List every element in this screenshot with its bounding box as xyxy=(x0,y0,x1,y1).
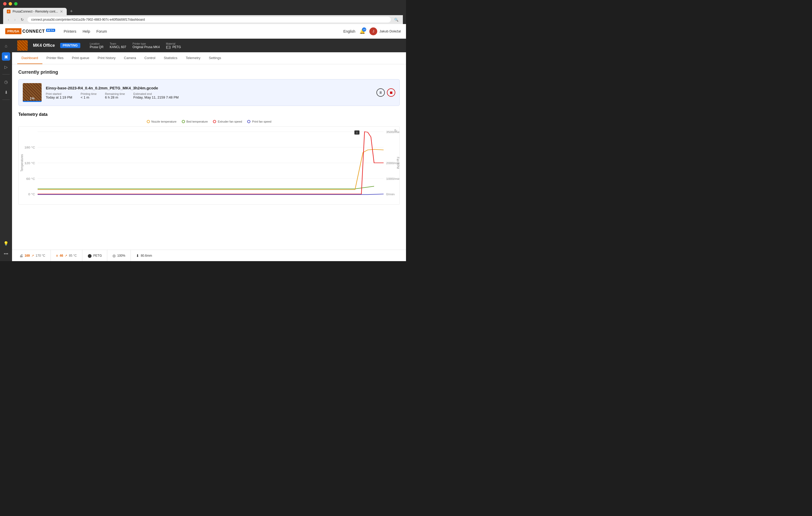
connect-logo: CONNECTBETA xyxy=(23,29,55,33)
nav-forum[interactable]: Forum xyxy=(96,29,107,33)
currently-printing-title: Currently printing xyxy=(18,69,400,75)
tab-print-queue[interactable]: Print queue xyxy=(68,52,94,64)
tab-printer-files[interactable]: Printer files xyxy=(42,52,68,64)
estimated-end-label: Estimated end xyxy=(134,92,179,95)
printer-material: Material ⬛ PETG xyxy=(166,42,181,49)
pause-button[interactable]: ⏸ xyxy=(376,88,385,97)
nozzle-temp-value: 169 xyxy=(25,254,30,257)
legend-extruder-fan: Extruder fan speed xyxy=(213,120,242,123)
sidebar-item-clock[interactable]: ◷ xyxy=(2,78,10,86)
printing-time-value: < 1 m xyxy=(81,95,96,99)
nav-right: English 🔔 18 J Jakub Doležal xyxy=(343,27,401,35)
maximize-traffic-light[interactable] xyxy=(14,2,18,5)
language-button[interactable]: English xyxy=(343,29,355,33)
svg-text:120 °C: 120 °C xyxy=(24,161,35,165)
status-fan: ◎ 100% xyxy=(107,250,131,261)
tab-control[interactable]: Control xyxy=(140,52,160,64)
print-meta: Print started Today at 1:19 PM Printing … xyxy=(46,92,372,99)
app-container: PRUSA CONNECTBETA Printers Help Forum En… xyxy=(0,24,406,261)
print-started-label: Print started xyxy=(46,92,72,95)
bed-temp-arrow: ↗ xyxy=(65,254,67,257)
minimize-traffic-light[interactable] xyxy=(9,2,12,5)
team-value: KANCL 607 xyxy=(110,45,126,49)
notifications-button[interactable]: 🔔 18 xyxy=(359,29,365,34)
address-bar: ‹ › ↻ 🔍 xyxy=(3,15,403,24)
close-traffic-light[interactable] xyxy=(3,2,6,5)
bed-temp-target: 85 °C xyxy=(69,254,77,257)
svg-text:1000/min: 1000/min xyxy=(386,177,400,181)
tab-title: PrusaConnect - Remotely cont... xyxy=(12,10,58,13)
status-material: ⬤ PETG xyxy=(82,250,108,261)
print-thumbnail: 1% xyxy=(23,83,41,102)
fan-value: 100% xyxy=(117,254,125,257)
stop-button[interactable]: ⏹ xyxy=(387,88,395,97)
svg-text:0/min: 0/min xyxy=(386,193,395,196)
sidebar-item-bulb[interactable]: 💡 xyxy=(2,239,10,247)
new-tab-button[interactable]: + xyxy=(68,7,75,15)
location-value: Prusa QR xyxy=(90,45,104,49)
legend-print-fan-label: Print fan speed xyxy=(252,120,271,123)
search-button[interactable]: 🔍 xyxy=(393,17,400,23)
legend-extruder-fan-label: Extruder fan speed xyxy=(218,120,242,123)
main-content: Currently printing 1% Einsy-base-2023-R4… xyxy=(12,64,406,261)
printer-type-value: Original Prusa MK4 xyxy=(133,45,160,49)
back-button[interactable]: ‹ xyxy=(6,17,11,22)
telemetry-title: Telemetry data xyxy=(18,112,400,117)
user-menu[interactable]: J Jakub Doležal xyxy=(369,27,401,35)
bed-temp-value: 46 xyxy=(60,254,63,257)
flow-value: 80.6mm xyxy=(141,254,152,257)
avatar: J xyxy=(369,27,377,35)
sidebar-item-more[interactable]: ••• xyxy=(2,250,10,258)
print-info: Einsy-base-2023-R4_0.4n_0.2mm_PETG_MK4_3… xyxy=(46,86,372,99)
print-card: 1% Einsy-base-2023-R4_0.4n_0.2mm_PETG_MK… xyxy=(18,79,400,106)
fan-icon: ◎ xyxy=(113,253,116,258)
telemetry-chart: 0 °C 60 °C 120 °C 180 °C 0/min 1000/min … xyxy=(19,126,400,205)
tab-settings[interactable]: Settings xyxy=(205,52,225,64)
svg-text:3500/min: 3500/min xyxy=(386,130,400,134)
status-nozzle-temp: 🖨 169 ↗ 170 °C xyxy=(14,250,51,261)
tab-print-history[interactable]: Print history xyxy=(93,52,120,64)
browser-tab-active[interactable]: C PrusaConnect - Remotely cont... ✕ xyxy=(3,8,67,15)
svg-text:180 °C: 180 °C xyxy=(24,146,35,150)
material-label: Material xyxy=(166,42,181,45)
svg-text:Temperatures: Temperatures xyxy=(20,154,24,172)
tab-telemetry[interactable]: Telemetry xyxy=(181,52,205,64)
nozzle-icon: 🖨 xyxy=(19,253,23,258)
legend-extruder-fan-dot xyxy=(213,120,216,123)
logo-area: PRUSA CONNECTBETA xyxy=(5,28,55,34)
nozzle-temp-target: 170 °C xyxy=(36,254,45,257)
prusa-logo: PRUSA xyxy=(5,28,22,34)
legend-bed-dot xyxy=(182,120,185,123)
printer-status-badge: PRINTING xyxy=(60,43,80,48)
nav-help[interactable]: Help xyxy=(83,29,90,33)
chart-container: ↻ 0 °C 60 °C 120 °C 180 °C xyxy=(18,126,400,205)
svg-text:0 °C: 0 °C xyxy=(28,193,35,196)
legend-nozzle: Nozzle temperature xyxy=(147,120,177,123)
tab-close-btn[interactable]: ✕ xyxy=(60,9,63,13)
sidebar-item-arrow[interactable]: ▷ xyxy=(2,63,10,71)
sidebar-item-printers[interactable]: ▣ xyxy=(2,52,10,61)
page-tabs: Dashboard Printer files Print queue Prin… xyxy=(12,52,406,64)
material-value: ⬛ PETG xyxy=(166,45,181,49)
printing-time-label: Printing time xyxy=(81,92,96,95)
sidebar-item-download[interactable]: ⬇ xyxy=(2,88,10,96)
browser-actions: 🔍 xyxy=(393,17,400,23)
printer-name: MK4 Office xyxy=(33,43,55,48)
chart-legend: Nozzle temperature Bed temperature Extru… xyxy=(18,120,400,123)
url-input[interactable] xyxy=(27,17,391,23)
printer-type: Printer type Original Prusa MK4 xyxy=(133,42,160,49)
material-icon: ⬤ xyxy=(88,253,92,258)
tab-camera[interactable]: Camera xyxy=(120,52,140,64)
reload-button[interactable]: ↻ xyxy=(19,17,25,22)
nav-printers[interactable]: Printers xyxy=(64,29,76,33)
sidebar-item-home[interactable]: ⌂ xyxy=(2,42,10,50)
chart-refresh-button[interactable]: ↻ xyxy=(394,129,397,133)
status-flow: ⬇ 80.6mm xyxy=(131,250,157,261)
material-icon: ⬛ xyxy=(166,46,171,49)
forward-button[interactable]: › xyxy=(13,17,17,22)
tab-statistics[interactable]: Statistics xyxy=(160,52,181,64)
tab-dashboard[interactable]: Dashboard xyxy=(17,52,42,64)
main-nav: Printers Help Forum xyxy=(64,29,343,33)
legend-bed-label: Bed temperature xyxy=(186,120,208,123)
legend-nozzle-label: Nozzle temperature xyxy=(151,120,177,123)
